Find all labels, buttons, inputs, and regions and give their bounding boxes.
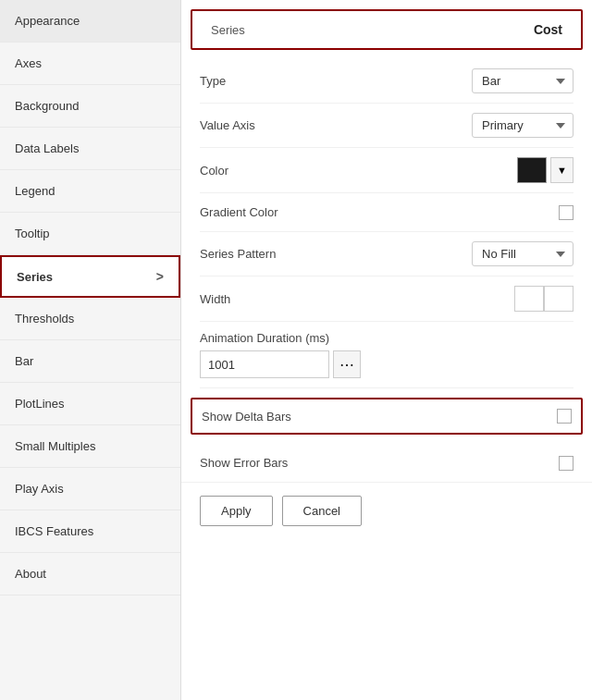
sidebar-item-label-bar: Bar [15, 354, 33, 368]
sidebar-item-thresholds[interactable]: Thresholds [0, 298, 180, 340]
animation-input-row: ⋯ [200, 350, 574, 378]
gradient-color-control [559, 205, 574, 220]
sidebar-item-legend[interactable]: Legend [0, 170, 180, 213]
sidebar-item-ibcs-features[interactable]: IBCS Features [0, 510, 180, 553]
chevron-icon-series: > [156, 269, 164, 284]
gradient-color-row: Gradient Color [200, 193, 574, 232]
sidebar-item-label-ibcs-features: IBCS Features [15, 524, 93, 538]
gradient-color-label: Gradient Color [200, 205, 278, 219]
sidebar-item-plotlines[interactable]: PlotLines [0, 383, 180, 425]
sidebar-item-label-thresholds: Thresholds [15, 312, 74, 325]
sidebar-item-label-series: Series [17, 270, 53, 284]
sidebar-item-label-appearance: Appearance [15, 14, 80, 28]
animation-row: Animation Duration (ms) ⋯ [200, 322, 574, 388]
sidebar-item-bar[interactable]: Bar [0, 340, 180, 383]
series-pattern-control: No Fill Solid Hatch [472, 241, 574, 266]
color-swatch[interactable] [517, 157, 547, 183]
value-axis-row: Value Axis Primary Secondary [200, 104, 574, 148]
type-select[interactable]: Bar Line Area Scatter [472, 68, 574, 93]
animation-label: Animation Duration (ms) [200, 331, 574, 345]
sidebar-item-tooltip[interactable]: Tooltip [0, 213, 180, 255]
sidebar-item-label-axes: Axes [15, 56, 42, 70]
sidebar-item-label-small-multiples: Small Multiples [15, 439, 95, 453]
series-pattern-row: Series Pattern No Fill Solid Hatch [200, 232, 574, 276]
sidebar-item-about[interactable]: About [0, 553, 180, 596]
show-error-bars-label: Show Error Bars [200, 456, 288, 470]
type-label: Type [200, 74, 226, 88]
animation-input[interactable] [200, 350, 329, 378]
show-error-bars-checkbox[interactable] [559, 456, 574, 471]
sidebar: AppearanceAxesBackgroundData LabelsLegen… [0, 0, 181, 700]
width-box-2[interactable] [544, 286, 574, 312]
bottom-buttons: Apply Cancel [181, 483, 592, 539]
width-row: Width [200, 276, 574, 322]
sidebar-item-label-background: Background [15, 99, 79, 113]
sidebar-item-appearance[interactable]: Appearance [0, 0, 180, 43]
width-label: Width [200, 292, 230, 306]
sidebar-item-series[interactable]: Series> [0, 255, 180, 298]
sidebar-item-label-play-axis: Play Axis [15, 482, 64, 496]
main-content: Series Cost Type Bar Line Area Scatter V… [181, 0, 592, 700]
animation-button[interactable]: ⋯ [333, 350, 361, 378]
cancel-button[interactable]: Cancel [282, 496, 362, 526]
sidebar-item-data-labels[interactable]: Data Labels [0, 128, 180, 170]
value-axis-control: Primary Secondary [472, 113, 574, 138]
color-control: ▼ [517, 157, 574, 183]
sidebar-item-background[interactable]: Background [0, 85, 180, 128]
width-boxes [514, 286, 574, 312]
form-section: Type Bar Line Area Scatter Value Axis Pr… [181, 59, 592, 388]
value-axis-select[interactable]: Primary Secondary [472, 113, 574, 138]
width-box-1[interactable] [514, 286, 544, 312]
series-pattern-select[interactable]: No Fill Solid Hatch [472, 241, 574, 266]
show-error-bars-row: Show Error Bars [181, 444, 592, 483]
sidebar-item-small-multiples[interactable]: Small Multiples [0, 425, 180, 468]
show-delta-bars-label: Show Delta Bars [202, 410, 291, 424]
value-axis-label: Value Axis [200, 118, 255, 132]
sidebar-item-label-about: About [15, 567, 46, 581]
width-control [514, 286, 574, 312]
sidebar-item-label-tooltip: Tooltip [15, 227, 50, 240]
show-delta-bars-checkbox[interactable] [557, 409, 572, 424]
sidebar-item-label-data-labels: Data Labels [15, 141, 79, 155]
series-pattern-label: Series Pattern [200, 247, 276, 261]
sidebar-item-label-plotlines: PlotLines [15, 397, 64, 411]
gradient-color-checkbox[interactable] [559, 205, 574, 220]
color-label: Color [200, 164, 228, 178]
apply-button[interactable]: Apply [200, 496, 273, 526]
series-header-value: Cost [534, 22, 562, 37]
type-control: Bar Line Area Scatter [472, 68, 574, 93]
delta-bars-section: Show Delta Bars [191, 398, 583, 435]
color-row: Color ▼ [200, 148, 574, 193]
sidebar-item-play-axis[interactable]: Play Axis [0, 468, 180, 510]
sidebar-item-label-legend: Legend [15, 184, 55, 198]
sidebar-item-axes[interactable]: Axes [0, 43, 180, 85]
type-row: Type Bar Line Area Scatter [200, 59, 574, 104]
color-dropdown-button[interactable]: ▼ [550, 157, 574, 183]
series-header: Series Cost [191, 9, 583, 50]
series-header-label: Series [211, 23, 245, 37]
